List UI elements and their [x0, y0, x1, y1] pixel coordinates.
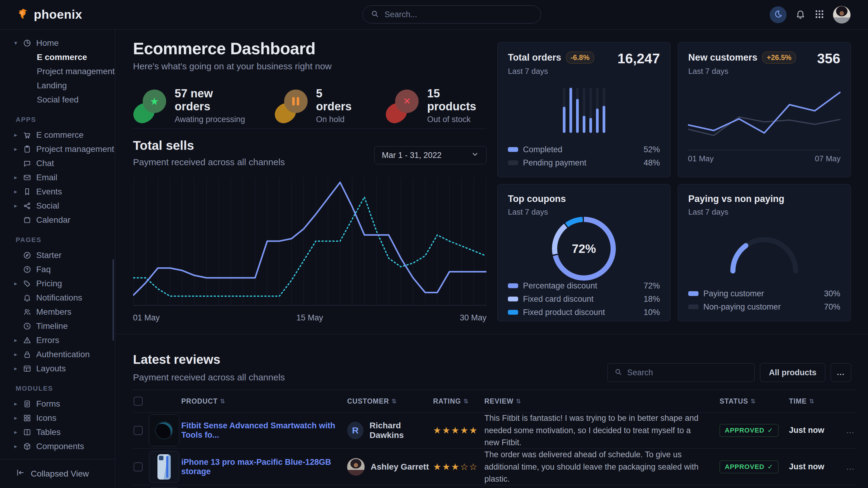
legend-label: Completed [523, 145, 562, 154]
sidebar-item-members[interactable]: Members [0, 305, 115, 319]
box-icon [23, 442, 32, 451]
sidebar-scrollbar[interactable] [113, 259, 114, 340]
sidebar-item-home[interactable]: ▾Home [0, 36, 115, 50]
product-link[interactable]: Fitbit Sense Advanced Smartwatch with To… [181, 421, 335, 440]
legend-label: Pending payment [523, 158, 586, 168]
table-row[interactable]: iPhone 13 pro max-Pacific Blue-128GB sto… [133, 449, 857, 485]
sidebar-item-social[interactable]: ▸Social [0, 199, 115, 213]
sort-icon[interactable]: ⇅ [392, 398, 397, 405]
notifications-button[interactable] [795, 9, 806, 21]
sidebar-item-timeline[interactable]: Timeline [0, 319, 115, 333]
chevron-down-icon [471, 151, 479, 160]
table-row[interactable] [133, 485, 857, 488]
legend-swatch [688, 291, 699, 296]
column-header-customer[interactable]: CUSTOMER⇅ [347, 397, 433, 405]
legend-item-fixed-card-discount: Fixed card discount18% [508, 294, 660, 304]
customer-name[interactable]: Ashley Garrett [371, 462, 429, 472]
product-thumbnail[interactable] [149, 451, 179, 483]
dark-mode-toggle[interactable] [770, 6, 786, 23]
row-checkbox[interactable] [134, 426, 143, 435]
select-all-checkbox[interactable] [133, 397, 149, 406]
change-badge: +26.5% [762, 52, 796, 64]
card-value: 16,247 [617, 52, 660, 65]
sort-icon[interactable]: ⇅ [463, 398, 469, 405]
bar-fill [569, 88, 572, 133]
bar-track [576, 88, 579, 133]
sidebar-item-layouts[interactable]: ▸Layouts [0, 361, 115, 376]
column-header-review[interactable]: REVIEW⇅ [484, 397, 720, 405]
phoenix-flame-icon [16, 7, 30, 22]
legend-swatch [508, 160, 518, 165]
column-header-status[interactable]: STATUS⇅ [720, 397, 789, 405]
grid-icon [23, 414, 32, 423]
sidebar-item-e-commerce[interactable]: E commerce [0, 50, 115, 64]
caret-right-icon: ▸ [13, 400, 18, 407]
sidebar-item-social-feed[interactable]: Social feed [0, 93, 115, 107]
page-subtitle: Here's what's going on at your business … [133, 61, 332, 71]
search-input[interactable] [384, 10, 533, 20]
sidebar-item-errors[interactable]: ▸Errors [0, 333, 115, 347]
customer-cell: Ashley Garrett [347, 458, 433, 476]
sidebar-item-project-management[interactable]: Project management [0, 64, 115, 78]
checkbox[interactable] [134, 397, 143, 406]
calendar-icon [23, 216, 32, 225]
table-row[interactable]: Fitbit Sense Advanced Smartwatch with To… [133, 412, 857, 449]
sort-icon[interactable]: ⇅ [516, 398, 522, 405]
column-label: PRODUCT [181, 397, 218, 405]
columns-icon [23, 428, 32, 437]
date-range-select[interactable]: Mar 1 - 31, 2022 [374, 146, 487, 164]
sidebar-item-faq[interactable]: Faq [0, 262, 115, 276]
sidebar-item-project-management[interactable]: ▸Project management [0, 142, 115, 156]
sidebar-item-tables[interactable]: ▸Tables [0, 425, 115, 439]
column-header-time[interactable]: TIME⇅ [789, 397, 837, 405]
sidebar-item-components[interactable]: ▸Components [0, 439, 115, 453]
column-header-rating[interactable]: RATING⇅ [433, 397, 484, 405]
row-checkbox[interactable] [134, 462, 143, 471]
column-label: CUSTOMER [347, 397, 389, 405]
sidebar-item-notifications[interactable]: Notifications [0, 291, 115, 305]
user-avatar[interactable] [833, 6, 850, 24]
sort-icon[interactable]: ⇅ [220, 398, 226, 405]
row-menu-button[interactable]: … [837, 426, 857, 435]
apps-grid-button[interactable] [814, 9, 825, 21]
sidebar-item-authentication[interactable]: ▸Authentication [0, 347, 115, 361]
sidebar-item-forms[interactable]: ▸Forms [0, 397, 115, 411]
bar-fill [563, 107, 565, 133]
status-badge: APPROVED✓ [720, 461, 778, 473]
collapsed-view-toggle[interactable]: Collapsed View [0, 459, 115, 488]
customer-avatar[interactable]: R [347, 422, 364, 439]
global-search[interactable] [363, 5, 541, 24]
sort-icon[interactable]: ⇅ [809, 398, 815, 405]
sidebar-item-starter[interactable]: Starter [0, 248, 115, 262]
customer-avatar[interactable] [347, 458, 365, 476]
all-products-button[interactable]: All products [760, 363, 825, 382]
product-thumb-cell [149, 415, 181, 446]
sidebar-item-email[interactable]: ▸Email [0, 170, 115, 185]
sidebar-item-e-commerce[interactable]: ▸E commerce [0, 128, 115, 142]
review-text: This Fitbit is fantastic! I was trying t… [484, 412, 720, 449]
reviews-search-input[interactable] [626, 368, 748, 378]
stat-value: 57 new orders [175, 87, 246, 113]
column-header-product[interactable]: PRODUCT⇅ [181, 397, 347, 405]
sidebar-item-calendar[interactable]: Calendar [0, 213, 115, 227]
sidebar-nav: ▾HomeE commerceProject managementLanding… [0, 36, 115, 453]
reviews-title: Latest reviews [133, 352, 220, 367]
bar-fill [576, 99, 579, 133]
reviews-search[interactable] [608, 363, 754, 382]
sidebar-item-events[interactable]: ▸Events [0, 185, 115, 199]
search-icon [614, 368, 622, 377]
sidebar-item-chat[interactable]: Chat [0, 156, 115, 170]
sidebar-item-pricing[interactable]: ▸Pricing [0, 276, 115, 291]
stat-5-orders: 5 ordersOn hold [275, 83, 357, 128]
sort-icon[interactable]: ⇅ [751, 398, 756, 405]
legend-value: 72% [644, 281, 660, 291]
row-menu-button[interactable]: … [837, 462, 857, 472]
product-link[interactable]: iPhone 13 pro max-Pacific Blue-128GB sto… [181, 458, 331, 476]
product-thumbnail[interactable] [149, 415, 179, 446]
more-options-button[interactable]: ... [831, 363, 851, 382]
brand-logo[interactable]: phoenix [16, 0, 82, 29]
question-circle-icon [23, 265, 32, 274]
sidebar-item-icons[interactable]: ▸Icons [0, 411, 115, 425]
sidebar-item-landing[interactable]: Landing [0, 78, 115, 93]
customer-name[interactable]: Richard Dawkins [369, 421, 433, 440]
